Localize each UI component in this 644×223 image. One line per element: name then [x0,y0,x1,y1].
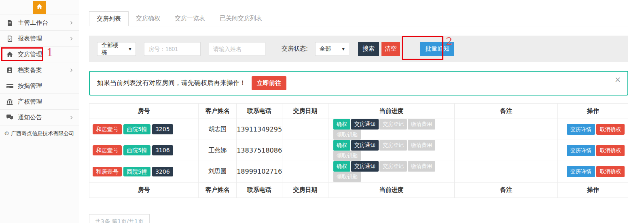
sidebar-item-3[interactable]: 交房管理 [0,47,79,62]
chevron-right-icon [68,36,74,41]
building-select[interactable]: 全部楼栋 ▼ [97,42,136,56]
tab-label: 已关闭交房列表 [220,15,262,22]
cancel-confirm-button[interactable]: 取消确权 [596,166,625,177]
tab-2[interactable]: 交房确权 [129,11,167,26]
column-header: 交房日期 [282,182,328,198]
bankcard-icon [6,82,14,89]
comment-icon [6,114,14,121]
search-button[interactable]: 搜索 [358,42,379,56]
cancel-confirm-button[interactable]: 取消确权 [596,124,625,135]
sidebar-item-label: 主管工作台 [18,19,68,27]
home-button[interactable] [33,1,46,14]
tab-label: 交房列表 [97,15,121,22]
status-select-value: 全部 [320,45,331,53]
customer-name-input[interactable] [209,42,265,56]
progress-cell: 确权交房通知交房登记缴清费用领取钥匙 [328,161,454,182]
progress-step-badge: 领取钥匙 [333,172,361,182]
room-tags-cell: 和居壹号西院5幢3106 [89,140,199,161]
room-tag: 西院5幢 [123,145,150,155]
batch-notify-button[interactable]: 批量通知 [420,42,454,56]
pagination-summary: 共3条 第1页/共1页 [89,214,150,223]
room-tags-cell: 和居壹号西院5幢3206 [89,161,199,182]
phone-cell: 13911349295 [237,119,282,140]
sidebar-item-1[interactable]: 主管工作台 [0,15,79,31]
room-tag: 3106 [152,145,173,155]
delivery-date-cell [282,161,328,182]
sidebar-item-label: 通知公告 [18,114,68,121]
room-tag: 3205 [152,124,173,134]
table-footer-header-row: 房号客户姓名联系电话交房日期当前进度备注操作 [89,182,628,198]
column-header: 客户姓名 [199,104,237,119]
sidebar-item-label: 按揭管理 [18,82,68,90]
progress-step-badge: 交房登记 [379,161,407,172]
progress-step-badge: 交房登记 [379,119,407,130]
sidebar-menu: 主管工作台 x 报表管理 交房管理 档案备案 按揭管理 产权管理 [0,15,79,125]
room-tags-cell: 和居壹号西院5幢3205 [89,119,199,140]
room-number-input[interactable] [144,42,201,56]
sidebar-item-label: 交房管理 [18,51,68,58]
room-tag: 3206 [152,167,173,177]
tab-1[interactable]: 交房列表 [89,11,129,26]
clear-button[interactable]: 清空 [381,42,400,56]
sidebar-item-5[interactable]: 按揭管理 [0,78,79,94]
sidebar: 主管工作台 x 报表管理 交房管理 档案备案 按揭管理 产权管理 [0,0,79,223]
progress-step-badge: 领取钥匙 [333,130,361,140]
column-header: 操作 [558,104,628,119]
main-content: 交房列表 交房确权 交房一览表 已关闭交房列表 全部楼栋 ▼ 交房状态: 全部 … [80,0,644,223]
sidebar-item-6[interactable]: 产权管理 [0,94,79,110]
table-header-row: 房号客户姓名联系电话交房日期当前进度备注操作 [89,104,628,119]
chevron-down-icon: ▼ [129,47,131,51]
chevron-down-icon: ▼ [342,47,345,51]
status-label: 交房状态: [282,45,308,53]
progress-step-badge: 确权 [333,140,350,151]
delivery-detail-button[interactable]: 交房详情 [567,145,595,156]
progress-step-badge: 缴清费用 [408,161,435,172]
room-tag: 和居壹号 [93,167,122,177]
sidebar-item-label: 产权管理 [18,98,68,106]
column-header: 当前进度 [328,104,454,119]
cancel-confirm-button[interactable]: 取消确权 [596,145,625,156]
status-select[interactable]: 全部 ▼ [315,42,349,56]
chevron-right-icon [68,67,74,73]
room-tag: 和居壹号 [93,145,122,155]
delivery-detail-button[interactable]: 交房详情 [567,124,595,135]
delivery-detail-button[interactable]: 交房详情 [567,166,595,177]
progress-step-badge: 缴清费用 [408,140,435,151]
customer-name-cell: 刘思圆 [199,161,237,182]
go-now-button[interactable]: 立即前往 [252,76,286,90]
close-icon[interactable]: × [614,76,621,83]
column-header: 操作 [558,182,628,198]
tab-label: 交房一览表 [175,15,205,22]
column-header: 房号 [89,182,199,198]
remark-cell [455,140,558,161]
column-header: 备注 [455,182,558,198]
progress-cell: 确权交房通知交房登记缴清费用领取钥匙 [328,140,454,161]
tab-3[interactable]: 交房一览表 [167,11,212,26]
home-icon [36,4,42,11]
tab-4[interactable]: 已关闭交房列表 [212,11,269,26]
column-header: 当前进度 [328,182,454,198]
home-icon [6,51,14,58]
sidebar-item-label: 档案备案 [18,66,68,74]
actions-cell: 交房详情取消确权 [558,140,628,161]
progress-step-badge: 缴清费用 [408,119,435,130]
sidebar-item-4[interactable]: 档案备案 [0,62,79,78]
remark-cell [455,161,558,182]
sidebar-item-label: 报表管理 [18,35,68,42]
table-row: 和居壹号西院5幢3205 胡志国 13911349295 确权交房通知交房登记缴… [89,119,628,140]
archive-icon [6,66,14,74]
alert-banner: 如果当前列表没有对应房间，请先确权后再来操作！ 立即前往 × [89,71,628,96]
remark-cell [455,119,558,140]
actions-cell: 交房详情取消确权 [558,161,628,182]
bank-icon [6,98,14,105]
svg-text:x: x [8,37,11,41]
sidebar-item-7[interactable]: 通知公告 [0,110,79,125]
progress-step-badge: 确权 [333,119,350,130]
phone-cell: 13837518086 [237,140,282,161]
column-header: 房号 [89,104,199,119]
column-header: 客户姓名 [199,182,237,198]
column-header: 备注 [455,104,558,119]
delivery-table: 房号客户姓名联系电话交房日期当前进度备注操作 和居壹号西院5幢3205 胡志国 … [89,103,628,198]
sidebar-item-2[interactable]: x 报表管理 [0,31,79,47]
room-tag: 和居壹号 [93,124,122,134]
